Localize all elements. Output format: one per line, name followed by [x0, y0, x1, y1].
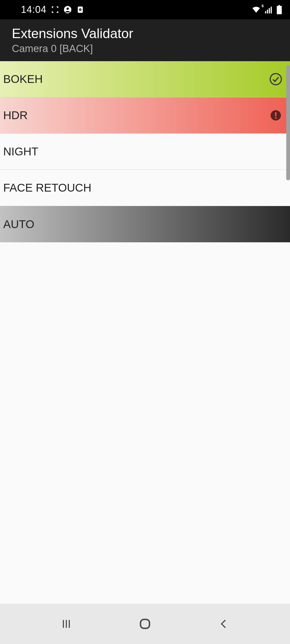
svg-point-11 — [270, 74, 281, 85]
svg-rect-8 — [271, 7, 272, 13]
list-item-night[interactable]: NIGHT — [0, 134, 290, 170]
svg-rect-18 — [140, 619, 149, 628]
app-subtitle: Camera 0 [BACK] — [12, 43, 278, 54]
svg-rect-6 — [267, 10, 268, 13]
svg-rect-13 — [275, 112, 277, 116]
list-label-hdr: HDR — [3, 109, 28, 122]
status-time: 14:04 — [21, 4, 46, 15]
list-item-bokeh[interactable]: BOKEH — [0, 61, 290, 97]
svg-rect-5 — [265, 11, 266, 13]
nav-home-button[interactable] — [137, 616, 153, 632]
extension-list[interactable]: BOKEH HDR NIGHT FACE RETOUCH AUTO — [0, 61, 290, 242]
wifi-badge: 6 — [262, 4, 264, 8]
wifi-icon: 6 — [251, 6, 261, 13]
nav-back-button[interactable] — [216, 616, 232, 632]
scroll-indicator[interactable] — [286, 65, 290, 180]
svg-rect-10 — [277, 6, 282, 14]
list-item-face-retouch[interactable]: FACE RETOUCH — [0, 170, 290, 206]
list-label-bokeh: BOKEH — [3, 73, 43, 86]
app-title: Extensions Validator — [12, 26, 278, 41]
app-bar: Extensions Validator Camera 0 [BACK] — [0, 19, 290, 61]
svg-rect-9 — [278, 5, 280, 6]
list-label-auto: AUTO — [3, 218, 34, 231]
list-label-night: NIGHT — [3, 145, 38, 158]
list-label-face: FACE RETOUCH — [3, 181, 91, 194]
status-right: 6 — [251, 5, 282, 14]
fullscreen-icon — [51, 6, 59, 13]
list-item-auto[interactable]: AUTO — [0, 206, 290, 242]
svg-point-4 — [80, 9, 81, 10]
account-icon — [64, 6, 72, 14]
status-bar: 14:04 6 — [0, 0, 290, 19]
list-item-hdr[interactable]: HDR — [0, 97, 290, 134]
svg-rect-7 — [269, 8, 270, 13]
signal-icon — [265, 6, 273, 13]
check-icon — [269, 72, 282, 86]
status-left: 14:04 — [21, 4, 84, 15]
error-icon — [269, 109, 282, 122]
svg-point-1 — [67, 8, 69, 10]
svg-rect-14 — [275, 117, 277, 119]
nav-bar — [0, 604, 290, 644]
app-notification-icon — [77, 6, 84, 13]
nav-recents-button[interactable] — [58, 616, 74, 632]
battery-icon — [277, 5, 282, 14]
